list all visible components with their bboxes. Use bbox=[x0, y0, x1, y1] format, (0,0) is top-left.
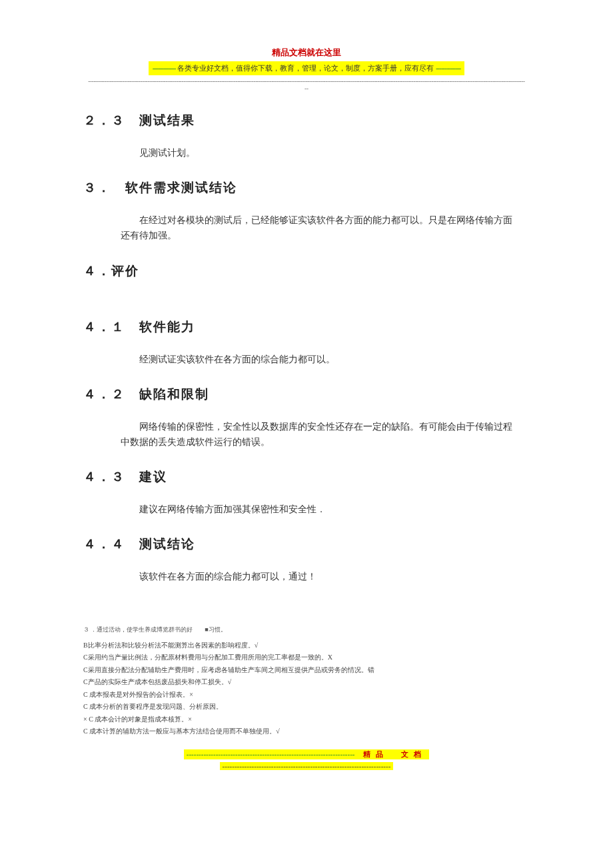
footnote-line: C 成本报表是对外报告的会计报表。× bbox=[83, 689, 530, 701]
section-4-1: ４．１ 软件能力 经测试证实该软件在各方面的综合能力都可以。 bbox=[83, 318, 530, 367]
heading-4-1: ４．１ 软件能力 bbox=[83, 318, 530, 336]
footnote-small: ３ ．通过活动，使学生养成博览群书的好 ■习惯。 bbox=[83, 624, 530, 636]
footnote-line: C产品的实际生产成本包括废品损失和停工损失。√ bbox=[83, 676, 530, 689]
footnote-block: ３ ．通过活动，使学生养成博览群书的好 ■习惯。 B比率分析法和比较分析法不能测… bbox=[83, 624, 530, 738]
banner-dash-right: -------------- bbox=[436, 64, 460, 72]
heading-4: ４．评价 bbox=[83, 262, 530, 280]
footnote-line: C采用约当产量比例法，分配原材料费用与分配加工费用所用的完工率都是一致的。X bbox=[83, 651, 530, 664]
section-2-3: ２．３ 测试结果 见测试计划。 bbox=[83, 112, 530, 161]
body-3: 在经过对各模块的测试后，已经能够证实该软件各方面的能力都可以。只是在网络传输方面… bbox=[83, 213, 530, 243]
footer-line-2: ----------------------------------------… bbox=[220, 762, 394, 770]
header-title: 精品文档就在这里 bbox=[83, 47, 530, 59]
footnote-line: C采用直接分配法分配辅助生产费用时，应考虑各辅助生产车间之间相互提供产品或劳务的… bbox=[83, 664, 530, 677]
body-4-3: 建议在网络传输方面加强其保密性和安全性． bbox=[83, 502, 530, 517]
footer-line-1: ----------------------------------------… bbox=[184, 749, 430, 759]
heading-2-3: ２．３ 测试结果 bbox=[83, 112, 530, 129]
body-4-2: 网络传输的保密性，安全性以及数据库的安全性还存在一定的缺陷。有可能会由于传输过程… bbox=[83, 419, 530, 450]
header-block: 精品文档就在这里 ------------- 各类专业好文档，值得你下载，教育，… bbox=[83, 47, 530, 92]
header-dashrow-2: -- bbox=[83, 85, 530, 92]
section-4-2: ４．２ 缺陷和限制 网络传输的保密性，安全性以及数据库的安全性还存在一定的缺陷。… bbox=[83, 386, 530, 450]
heading-4-3: ４．３ 建议 bbox=[83, 468, 530, 486]
body-4-1: 经测试证实该软件在各方面的综合能力都可以。 bbox=[83, 352, 530, 367]
heading-4-4: ４．４ 测试结论 bbox=[83, 536, 530, 553]
section-4: ４．评价 bbox=[83, 262, 530, 280]
footer-dash-1: ----------------------------------------… bbox=[187, 750, 355, 758]
banner-text: 各类专业好文档，值得你下载，教育，管理，论文，制度，方案手册，应有尽有 bbox=[177, 64, 434, 72]
section-3: ３． 软件需求测试结论 在经过对各模块的测试后，已经能够证实该软件各方面的能力都… bbox=[83, 179, 530, 243]
heading-3: ３． 软件需求测试结论 bbox=[83, 179, 530, 197]
banner-dash-left: ------------- bbox=[153, 64, 176, 72]
section-4-3: ４．３ 建议 建议在网络传输方面加强其保密性和安全性． bbox=[83, 468, 530, 517]
footer-block: ----------------------------------------… bbox=[83, 747, 530, 771]
footnote-line: C 成本计算的辅助方法一般应与基本方法结合使用而不单独使用。√ bbox=[83, 725, 530, 738]
header-banner: ------------- 各类专业好文档，值得你下载，教育，管理，论文，制度，… bbox=[149, 61, 464, 75]
spacer bbox=[83, 298, 530, 318]
footnote-line: C 成本分析的首要程序是发现问题、分析原因。 bbox=[83, 701, 530, 713]
footnote-line: × C 成本会计的对象是指成本核算。× bbox=[83, 713, 530, 726]
footer-label: 精品 文档 bbox=[363, 750, 426, 758]
heading-4-2: ４．２ 缺陷和限制 bbox=[83, 386, 530, 403]
page-content: 精品文档就在这里 ------------- 各类专业好文档，值得你下载，教育，… bbox=[0, 0, 613, 805]
header-dashrow-1: ----------------------------------------… bbox=[83, 77, 530, 86]
section-4-4: ４．４ 测试结论 该软件在各方面的综合能力都可以，通过！ bbox=[83, 536, 530, 584]
body-4-4: 该软件在各方面的综合能力都可以，通过！ bbox=[83, 569, 530, 584]
footnote-line: B比率分析法和比较分析法不能测算出各因素的影响程度。√ bbox=[83, 640, 530, 652]
body-2-3: 见测试计划。 bbox=[83, 145, 530, 161]
